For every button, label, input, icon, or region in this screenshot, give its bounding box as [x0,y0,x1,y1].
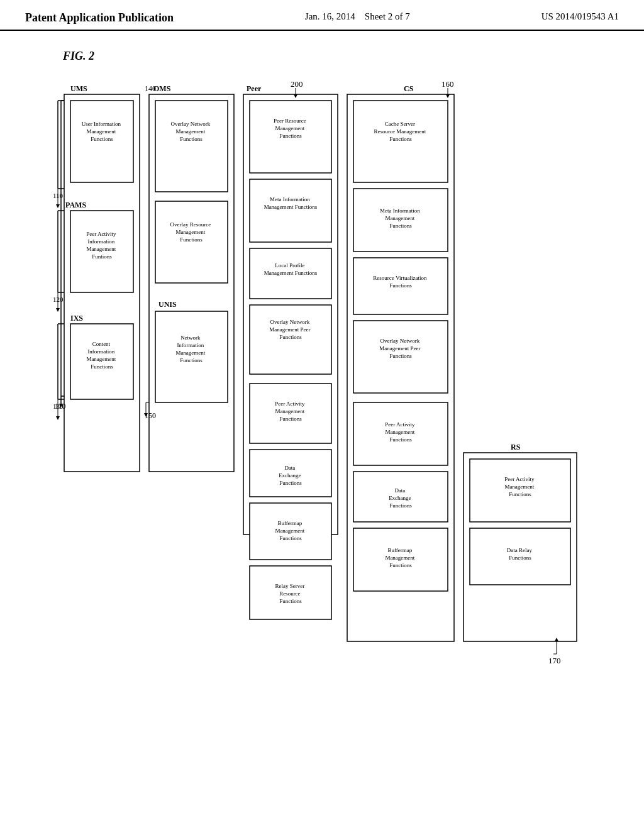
pams-label: PAMS [65,201,86,209]
svg-rect-10 [155,101,228,192]
ref-140: 140 [145,84,156,93]
rs-label: RS [511,443,521,451]
header-center: Jan. 16, 2014 Sheet 2 of 7 [305,11,410,22]
unis-label: UNIS [158,300,177,309]
ref-200: 200 [291,79,303,89]
svg-rect-20 [250,179,331,242]
cs-peer-activity-label: Peer Activity Management Functions [385,421,416,443]
cs-buffermap-label: Buffermap Management Functions [385,547,416,568]
peer-peer-activity-label: Peer Activity Management Functions [275,401,306,422]
pub-date: Jan. 16, 2014 [305,11,355,21]
publication-title: Patent Application Publication [25,11,174,24]
ixs-label: IXS [70,314,83,323]
header-left: Patent Application Publication [25,11,174,25]
svg-rect-41 [470,459,570,522]
ref-170: 170 [548,656,561,665]
diagram: UMS User Information Management Function… [52,75,592,742]
patent-number: US 2014/019543 A1 [541,11,619,21]
peer-buffermap-label: Buffermap Management Functions [275,520,306,541]
ums-label: UMS [70,84,87,93]
oms-label: OMS [153,84,171,93]
svg-marker-57 [56,204,60,208]
peer-relay-server-label: Relay Server Resource Functions [275,583,306,604]
page-header: Patent Application Publication Jan. 16, … [0,0,644,31]
svg-marker-52 [56,416,60,420]
svg-marker-47 [56,308,60,312]
peer-label: Peer [247,84,262,93]
ref-160: 160 [441,79,454,89]
fig-label-text: FIG. 2 [63,50,94,62]
figure-label: FIG. 2 [63,50,94,63]
main-content: FIG. 2 UMS User Information Management F… [0,31,644,761]
sheet-info: Sheet 2 of 7 [365,11,410,21]
header-right: US 2014/019543 A1 [541,11,619,22]
rs-peer-activity-label: Peer Activity Management Functions [504,476,536,497]
cs-label: CS [404,84,414,93]
